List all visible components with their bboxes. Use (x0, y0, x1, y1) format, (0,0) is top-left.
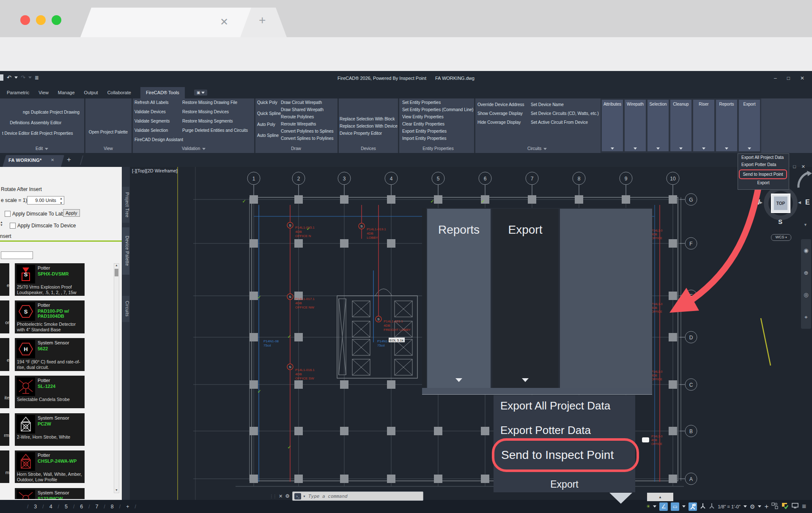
big-menu-item-export-potter[interactable]: Export Potter Data (500, 424, 591, 437)
viewcube-east-arrow-icon[interactable]: ◀ (798, 200, 801, 205)
scroll-grip[interactable] (642, 437, 649, 442)
overlay-reports-label[interactable]: Reports (427, 223, 491, 237)
ribbon-column-wirepath[interactable]: Wirepath (625, 100, 646, 151)
ribbon-item[interactable]: Edit Project Properties (31, 131, 80, 136)
column-caret-icon[interactable] (748, 147, 751, 150)
command-drag-handle[interactable]: ⋮⋮ (269, 494, 276, 499)
viewcube-menu-caret-icon[interactable]: ▼ (804, 223, 807, 227)
object-snap-tracking-icon[interactable]: ▭ (671, 502, 679, 511)
column-caret-icon[interactable] (611, 147, 614, 150)
ribbon-item[interactable]: Restore Missing Segments (182, 118, 248, 124)
column-caret-icon[interactable] (702, 147, 705, 150)
scroll-down-icon[interactable]: ▼ (115, 488, 118, 491)
overlay-reports-caret-icon[interactable] (455, 378, 462, 382)
ribbon-item[interactable]: Auto Poly (257, 122, 281, 127)
export-status-icon[interactable] (781, 502, 789, 511)
apply-button[interactable]: Apply (63, 209, 80, 217)
panel-label-view[interactable]: View (104, 146, 113, 151)
document-tab-label[interactable]: FA WORKING* (8, 158, 42, 163)
ribbon-item[interactable]: Restore Missing Drawing File (182, 100, 248, 105)
command-input[interactable] (307, 493, 421, 499)
spinner-down-icon[interactable]: ▼ (60, 199, 63, 207)
big-menu-footer-export[interactable]: Export (494, 479, 635, 490)
device-card[interactable]: System SensorS1224MCW (15, 488, 85, 499)
ribbon-column-attributes[interactable]: Attributes (602, 100, 623, 151)
layout-tab-5[interactable]: 5 (65, 504, 68, 510)
ribbon-item[interactable]: Validate Segments (134, 118, 183, 124)
overlay-export-caret-icon[interactable] (522, 378, 529, 382)
annotation-scale[interactable]: 1/8" = 1'-0" (718, 504, 741, 509)
tab-collaborate[interactable]: Collaborate (107, 90, 131, 95)
command-close-icon[interactable]: ✕ (279, 494, 283, 499)
zoom-icon[interactable]: ◎ (804, 292, 808, 298)
ribbon-column-selection[interactable]: Selection (647, 100, 669, 151)
units-spinner[interactable]: 9.00 Units ▲ ▼ (27, 196, 64, 205)
ribbon-item[interactable]: Show Coverage Display (477, 111, 524, 116)
column-caret-icon[interactable] (656, 147, 660, 150)
ribbon-item[interactable]: Convert Splines to Polylines (281, 136, 334, 141)
device-card[interactable]: HSystem Sensor5622194 °F (90° C) fixed a… (15, 338, 85, 371)
ribbon-column-label[interactable]: Cleanup (670, 102, 691, 106)
display-icon[interactable] (792, 502, 799, 510)
layout-tab-6[interactable]: 6 (80, 504, 83, 510)
steering-wheel-icon[interactable]: ◉ (804, 247, 808, 254)
ribbon-item[interactable]: Reroute Wirepaths (281, 121, 334, 127)
ribbon-item[interactable]: Export Entity Properties (402, 128, 473, 134)
ribbon-item[interactable]: Validate Selection (134, 128, 183, 133)
ribbon-item[interactable]: Quick Spline (257, 111, 281, 116)
ribbon-item[interactable]: Definitions (1, 120, 30, 126)
expand-panel-button[interactable]: ▲ (647, 493, 673, 501)
ribbon-item[interactable]: Quick Poly (257, 100, 281, 105)
ribbon-item[interactable]: t Device Editor (1, 131, 30, 136)
osnap-caret-icon[interactable] (682, 505, 686, 508)
viewport-label[interactable]: [-][Top][2D Wireframe] (132, 168, 178, 173)
settings-gear-icon[interactable]: ⚙ (750, 503, 755, 510)
command-prompt-icon[interactable]: >_ (294, 493, 301, 499)
viewcube-top-face[interactable]: TOP (771, 194, 790, 213)
ribbon-item[interactable]: Hide Coverage Display (477, 120, 524, 125)
polar-tracking-icon[interactable]: ∠ (659, 502, 668, 511)
ribbon-column-riser[interactable]: Riser (693, 100, 714, 151)
column-caret-icon[interactable] (679, 147, 683, 150)
annotation-plus-icon[interactable]: + (764, 502, 768, 511)
ribbon-item[interactable]: View Entity Properties (402, 114, 473, 120)
navigation-bar[interactable]: ◉ ⊕ ◎ ⌖ (801, 239, 811, 329)
tab-project-tree[interactable]: Project Tree (122, 187, 129, 223)
ribbon-column-label[interactable]: Attributes (602, 102, 623, 106)
ribbon-item[interactable]: Assembly Editor (31, 120, 80, 126)
app-minimize-icon[interactable]: – (774, 75, 777, 81)
ribbon-item[interactable]: Device Property Editor (340, 131, 398, 136)
wcs-dropdown[interactable]: WCS ▾ (771, 234, 791, 241)
ribbon-toggle-caret-icon[interactable] (201, 92, 205, 94)
panel-label-devices[interactable]: Devices (361, 146, 376, 151)
menu-item-export-all[interactable]: Export All Project Data (741, 155, 784, 160)
scrollbar-thumb[interactable] (115, 269, 118, 276)
document-tab-close-icon[interactable]: ✕ (51, 158, 54, 162)
traffic-light-close[interactable] (20, 15, 30, 25)
wcs-label[interactable]: WCS (775, 235, 784, 239)
close-tab-icon[interactable]: ✕ (220, 16, 228, 28)
new-document-tab-icon[interactable]: + (67, 156, 71, 164)
viewcube-east[interactable]: E (805, 199, 810, 206)
panel-label-entity-properties[interactable]: Entity Properties (422, 146, 453, 151)
layout-tab-7[interactable]: 7 (96, 504, 99, 510)
ribbon-item[interactable]: Import Entity Properties (402, 136, 473, 141)
ribbon-item[interactable]: Draw Circuit Wirepath (281, 100, 334, 105)
tab-manage[interactable]: Manage (58, 90, 75, 95)
ribbon-column-export[interactable]: Export (739, 100, 760, 151)
command-history-caret-icon[interactable]: ▼ (303, 495, 306, 498)
ribbon-item[interactable]: Convert Polylines to Splines (281, 128, 334, 134)
orbit-icon[interactable]: ⌖ (804, 314, 807, 321)
traffic-light-minimize[interactable] (36, 15, 46, 25)
ribbon-item[interactable]: Auto Spline (257, 133, 281, 138)
dimscale-label-checkbox[interactable] (5, 211, 11, 217)
big-menu-item-send-inspect[interactable]: Send to Inspect Point (501, 448, 614, 462)
viewcube-west[interactable]: W (754, 199, 760, 206)
palette-scrollbar[interactable]: ▲ ▼ (114, 263, 119, 493)
isoplane-right-icon[interactable] (709, 503, 715, 510)
isoplane-top-icon[interactable] (700, 503, 706, 510)
ribbon-item[interactable]: Replace Selection With Block (340, 116, 398, 122)
ribbon-column-label[interactable]: Selection (647, 102, 669, 106)
tab-view[interactable]: View (38, 90, 49, 95)
app-restore-icon[interactable]: □ (787, 75, 790, 81)
